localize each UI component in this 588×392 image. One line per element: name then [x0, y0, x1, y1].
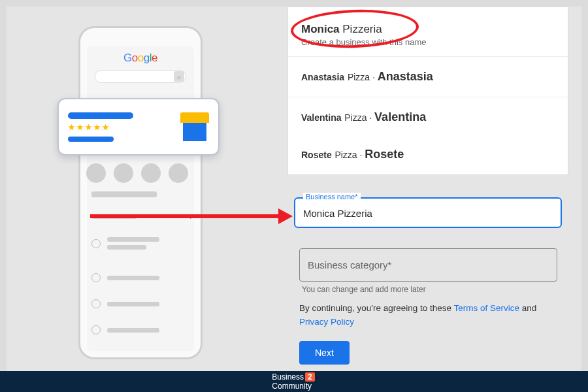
- rating-stars: [68, 124, 133, 131]
- star-icon: [68, 124, 75, 131]
- text-placeholder: [107, 245, 146, 250]
- list-item: ›: [91, 211, 193, 221]
- google-g: G: [123, 52, 132, 64]
- suggestion-type: Pizza: [335, 150, 357, 160]
- suggestion-bold: Anastasia: [301, 72, 344, 82]
- suggestion-item[interactable]: Rosete Pizza · Rosete: [288, 137, 568, 174]
- list-item: [91, 299, 193, 308]
- phone-icon: [91, 299, 101, 308]
- footer: Business2Community: [0, 371, 588, 392]
- suggestion-bold: Valentina: [301, 112, 341, 123]
- card-text-lines: [68, 112, 133, 142]
- footer-brand-c: Community: [272, 382, 312, 391]
- list-item: [91, 191, 193, 197]
- business-category-field-wrap: Business category*: [299, 248, 557, 282]
- business-name-value: Monica Pizzeria: [303, 208, 372, 219]
- list-item: [91, 325, 193, 335]
- star-icon: [102, 124, 109, 131]
- clock-icon: [91, 273, 101, 282]
- text-placeholder: [91, 191, 157, 197]
- google-g2: g: [144, 52, 150, 64]
- storefront-icon: [180, 112, 209, 141]
- suggestion-item[interactable]: Anastasia Pizza · Anastasia: [288, 57, 568, 97]
- consent-and: and: [519, 303, 536, 313]
- business-name-label: Business name*: [303, 193, 361, 201]
- text-placeholder: [107, 328, 159, 333]
- business-name-input[interactable]: Business name* Monica Pizzeria: [294, 197, 562, 228]
- suggestion-create-new[interactable]: Monica Pizzeria Create a business with t…: [288, 7, 568, 57]
- suggestion-name: Rosete: [365, 148, 404, 161]
- star-icon: [93, 124, 101, 131]
- chevron-right-icon: ›: [189, 211, 193, 221]
- footer-brand-badge: 2: [305, 372, 315, 382]
- google-logo: Google: [87, 52, 194, 65]
- google-o1: o: [132, 52, 138, 64]
- phone-icon: [91, 325, 101, 335]
- text-placeholder: [91, 214, 137, 219]
- business-name-field-wrap: Business name* Monica Pizzeria: [294, 197, 562, 228]
- suggestion-item[interactable]: Valentina Pizza · Valentina: [288, 97, 568, 137]
- suggestion-name: Valentina: [374, 110, 426, 123]
- star-icon: [85, 124, 92, 131]
- suggestion-bold: Rosete: [301, 150, 332, 160]
- hint-text: You can change and add more later: [302, 285, 426, 294]
- consent-text: By continuing, you're agreeing to these …: [299, 302, 557, 329]
- action-icon: [86, 163, 106, 183]
- suggestion-line: Anastasia Pizza · Anastasia: [301, 70, 557, 84]
- suggestion-sep: ·: [357, 150, 365, 160]
- suggestion-line: Valentina Pizza · Valentina: [301, 110, 557, 124]
- phone-action-row: [86, 163, 188, 183]
- business-category-input[interactable]: Business category*: [299, 248, 557, 282]
- business-category-placeholder: Business category*: [308, 259, 391, 270]
- footer-logo: Business2Community: [272, 372, 316, 391]
- suggestion-line: Rosete Pizza · Rosete: [301, 148, 557, 161]
- list-item: [91, 273, 193, 282]
- suggestion-bold: Monica: [301, 23, 340, 35]
- privacy-link[interactable]: Privacy Policy: [299, 317, 354, 327]
- suggestion-type: Pizza: [348, 72, 370, 82]
- pin-icon: [91, 239, 101, 248]
- card-subtitle-placeholder: [68, 137, 114, 142]
- suggestion-name: Anastasia: [378, 70, 433, 83]
- card-title-placeholder: [68, 112, 133, 119]
- text-placeholder: [107, 276, 159, 280]
- action-icon: [169, 163, 188, 183]
- text-placeholder: [107, 302, 159, 306]
- suggestion-title: Monica Pizzeria: [301, 23, 557, 36]
- terms-link[interactable]: Terms of Service: [454, 303, 520, 313]
- google-e: e: [152, 52, 157, 64]
- suggestion-rest: Pizzeria: [340, 23, 382, 35]
- suggestion-sep: ·: [367, 112, 374, 123]
- action-icon: [141, 163, 161, 183]
- list-item: [91, 237, 193, 250]
- suggestion-type: Pizza: [344, 112, 367, 123]
- consent-pre: By continuing, you're agreeing to these: [299, 303, 454, 313]
- suggestion-sep: ·: [370, 72, 378, 82]
- next-button[interactable]: Next: [299, 341, 350, 365]
- star-icon: [76, 124, 84, 131]
- text-block: [107, 237, 193, 250]
- action-icon: [114, 163, 133, 183]
- search-icon: ⌕: [174, 71, 184, 82]
- next-button-label: Next: [315, 348, 334, 358]
- search-bar: ⌕: [95, 70, 186, 83]
- google-o2: o: [138, 52, 144, 64]
- business-card-preview: [57, 98, 220, 155]
- text-placeholder: [107, 237, 159, 242]
- footer-brand-a: Business: [272, 372, 304, 382]
- name-suggestions-dropdown: Monica Pizzeria Create a business with t…: [287, 7, 568, 175]
- suggestion-subtitle: Create a business with this name: [301, 37, 557, 47]
